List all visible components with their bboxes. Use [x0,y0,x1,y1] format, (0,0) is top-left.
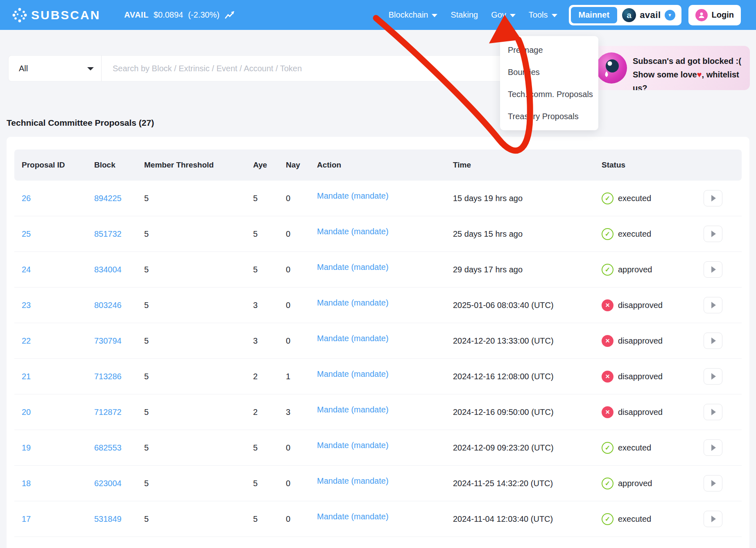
time-value: 2024-12-09 09:23:20 (UTC) [453,443,602,453]
user-icon [695,9,708,21]
block-link[interactable]: 803246 [94,301,144,310]
status-icon [602,228,613,240]
col-proposal-id: Proposal ID [22,161,94,170]
action-link[interactable]: Mandate (mandate) [317,405,453,414]
block-link[interactable]: 623004 [94,479,144,488]
search-filter-select[interactable]: All [9,56,102,81]
action-link[interactable]: Mandate (mandate) [317,263,453,272]
proposal-id-link[interactable]: 17 [22,514,94,524]
aye-value: 2 [253,372,286,381]
nay-value: 0 [286,229,317,239]
member-threshold-value: 5 [144,372,253,381]
chevron-right-icon [711,337,716,344]
nay-value: 0 [286,194,317,203]
block-link[interactable]: 894225 [94,194,144,203]
nay-value: 0 [286,336,317,346]
row-detail-button[interactable] [704,333,722,349]
proposal-id-link[interactable]: 26 [22,194,94,203]
login-button[interactable]: Login [688,5,741,25]
row-detail-button[interactable] [704,190,722,206]
action-link[interactable]: Mandate (mandate) [317,441,453,450]
search-bar: All [8,55,584,82]
proposal-id-link[interactable]: 22 [22,336,94,346]
block-link[interactable]: 713286 [94,372,144,381]
status-label: executed [618,443,651,453]
row-detail-button[interactable] [704,439,722,456]
table-row: 17 531849 5 5 0 Mandate (mandate) 2024-1… [14,501,742,537]
col-status: Status [602,161,704,170]
time-value: 2024-12-20 13:33:00 (UTC) [453,336,602,346]
row-detail-button[interactable] [704,475,722,491]
action-link[interactable]: Mandate (mandate) [317,298,453,308]
menu-item-treasury-proposals[interactable]: Treasury Proposals [500,105,598,127]
status-badge: disapproved [602,299,704,311]
row-detail-button[interactable] [704,511,722,527]
member-threshold-value: 5 [144,479,253,488]
chevron-right-icon [711,302,716,308]
aye-value: 5 [253,514,286,524]
block-link[interactable]: 531849 [94,514,144,524]
action-link[interactable]: Mandate (mandate) [317,227,453,236]
proposal-id-link[interactable]: 24 [22,265,94,274]
subscan-logo[interactable]: SUBSCAN [12,8,100,23]
proposal-id-link[interactable]: 20 [22,408,94,417]
table-header: Proposal ID Block Member Threshold Aye N… [14,149,742,181]
aye-value: 3 [253,301,286,310]
status-badge: disapproved [602,406,704,418]
chain-selector[interactable]: a avail ▾ [622,8,679,22]
table-row: 18 623004 5 5 0 Mandate (mandate) 2024-1… [14,466,742,501]
nav-blockchain[interactable]: Blockchain [389,10,438,20]
nay-value: 3 [286,408,317,417]
member-threshold-value: 5 [144,336,253,346]
table-row: 21 713286 5 2 1 Mandate (mandate) 2024-1… [14,359,742,394]
nav-tools[interactable]: Tools [529,10,557,20]
status-label: disapproved [618,408,663,417]
time-value: 15 days 19 hrs ago [453,194,602,203]
block-link[interactable]: 851732 [94,229,144,239]
block-link[interactable]: 730794 [94,336,144,346]
status-badge: executed [602,228,704,240]
nav-gov[interactable]: Gov [491,10,516,20]
mainnet-button[interactable]: Mainnet [571,7,618,23]
action-link[interactable]: Mandate (mandate) [317,334,453,343]
member-threshold-value: 5 [144,514,253,524]
action-link[interactable]: Mandate (mandate) [317,369,453,379]
proposal-id-link[interactable]: 18 [22,479,94,488]
row-detail-button[interactable] [704,261,722,278]
status-label: executed [618,229,651,239]
block-link[interactable]: 682553 [94,443,144,453]
row-detail-button[interactable] [704,368,722,385]
member-threshold-value: 5 [144,301,253,310]
proposal-id-link[interactable]: 19 [22,443,94,453]
status-icon [602,371,613,383]
action-link[interactable]: Mandate (mandate) [317,512,453,521]
chevron-right-icon [711,266,716,273]
time-value: 29 days 17 hrs ago [453,265,602,274]
token-price-change: (-2.30%) [188,10,220,20]
table-row: 25 851732 5 5 0 Mandate (mandate) 25 day… [14,216,742,252]
chevron-down-icon [510,14,516,17]
menu-item-bounties[interactable]: Bounties [500,61,598,83]
proposal-id-link[interactable]: 21 [22,372,94,381]
proposal-id-link[interactable]: 25 [22,229,94,239]
subscan-dots-icon [12,8,27,23]
nav-staking[interactable]: Staking [450,10,478,20]
col-time: Time [453,161,602,170]
action-link[interactable]: Mandate (mandate) [317,476,453,486]
row-detail-button[interactable] [704,404,722,420]
proposal-id-link[interactable]: 23 [22,301,94,310]
menu-item-tech-comm-proposals[interactable]: Tech. comm. Proposals [500,83,598,105]
page-title: Technical Committee Proposals (27) [7,118,154,128]
table-row: Mandate (mandate) [14,537,742,548]
token-price-value: $0.0894 [154,10,183,20]
row-detail-button[interactable] [704,297,722,313]
action-link[interactable]: Mandate (mandate) [317,191,453,201]
block-link[interactable]: 834004 [94,265,144,274]
row-detail-button[interactable] [704,226,722,242]
menu-item-preimage[interactable]: Preimage [500,39,598,61]
chevron-down-icon [552,14,557,17]
status-label: disapproved [618,301,663,310]
table-row: 20 712872 5 2 3 Mandate (mandate) 2024-1… [14,394,742,430]
chevron-right-icon [711,373,716,380]
block-link[interactable]: 712872 [94,408,144,417]
